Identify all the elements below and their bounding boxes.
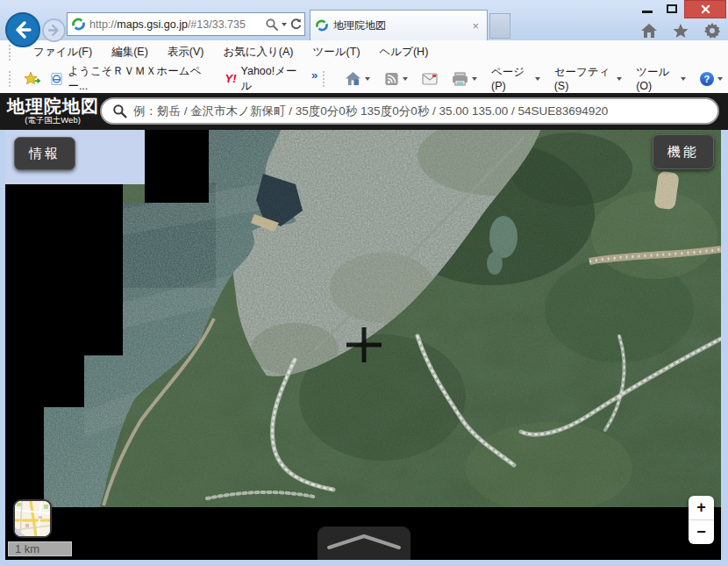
favorites-bar: ようこそＲＶＭＸホームペー... Y! Yahoo!メール » [0,64,728,93]
tools-menu-button[interactable]: ツール(O) [631,62,691,95]
search-dropdown-caret-icon[interactable] [282,23,287,26]
minimap-icon [15,501,50,536]
map-search-icon [112,104,127,118]
help-icon: ? [700,72,714,86]
dropdown-caret-icon [717,77,723,81]
browser-tab-row: http://maps.gsi.go.jp/#13/33.735 地理院地図 × [0,0,728,40]
favorite-label-yahoo: Yahoo!メール [241,64,303,94]
favorites-overflow-chevron[interactable]: » [311,68,318,82]
tab-chiriin-chizu[interactable]: 地理院地図 × [310,10,488,40]
site-logo-title: 地理院地図 [7,97,98,116]
map-search-input[interactable] [133,104,707,118]
home-page-icon [345,71,361,86]
toolbar-grip-2 [9,71,13,87]
aerial-imagery [5,130,721,560]
dropdown-caret-icon [617,77,622,81]
chevron-up-icon [320,527,408,556]
maximize-button[interactable] [660,0,684,18]
basemap-switcher-thumbnail[interactable] [13,499,52,538]
home-page-button[interactable] [339,68,375,89]
page-menu-button[interactable]: ページ(P) [486,62,546,95]
favorites-star-icon[interactable] [672,23,689,39]
dropdown-caret-icon [535,77,540,81]
settings-gear-icon[interactable] [703,23,721,39]
address-bar[interactable]: http://maps.gsi.go.jp/#13/33.735 [67,12,305,36]
zoom-out-button[interactable]: − [689,520,714,544]
forward-button[interactable] [42,18,66,42]
search-icon[interactable] [265,18,279,32]
read-mail-button[interactable] [417,70,443,88]
map-search-box[interactable] [100,97,719,125]
print-button[interactable] [446,69,482,89]
dropdown-caret-icon [681,77,686,81]
map-scale-bar: 1 km [8,541,72,556]
safety-menu-button[interactable]: セーフティ(S) [549,62,628,95]
yahoo-logo-icon: Y! [225,72,237,85]
dropdown-caret-icon [365,77,370,81]
new-tab-button[interactable] [489,13,510,39]
favorite-label: ようこそＲＶＭＸホームペー... [68,64,211,94]
command-bar: ページ(P) セーフティ(S) ツール(O) ? [339,62,728,95]
favorite-item-welcome[interactable]: ようこそＲＶＭＸホームペー... [44,64,218,94]
bottom-drawer-handle[interactable] [318,527,410,560]
site-logo: 地理院地図 (電子国土Web) [7,97,98,125]
functions-button[interactable]: 機能 [653,134,714,169]
close-x-icon [701,4,710,14]
back-button[interactable] [5,12,40,47]
menu-view[interactable]: 表示(V) [158,41,214,63]
dropdown-caret-icon [472,77,477,81]
url-text[interactable]: http://maps.gsi.go.jp/#13/33.735 [89,18,265,31]
add-favorite-star-icon[interactable] [24,71,41,86]
home-icon[interactable] [640,23,658,39]
back-arrow-icon [13,20,32,39]
info-button[interactable]: 情報 [14,137,75,170]
printer-icon [452,72,468,86]
zoom-control: + − [689,496,714,544]
refresh-icon[interactable] [289,18,303,31]
menu-help[interactable]: ヘルプ(H) [370,41,439,63]
menu-tools[interactable]: ツール(T) [303,41,370,63]
window-controls [635,0,726,18]
map-viewport[interactable]: 情報 機能 + − 1 km [5,130,721,560]
zoom-in-button[interactable]: + [689,496,714,519]
forward-arrow-icon [47,24,61,37]
help-menu-button[interactable]: ? [695,69,728,89]
menu-bar: ファイル(F) 編集(E) 表示(V) お気に入り(A) ツール(T) ヘルプ(… [0,40,728,64]
tab-close-button[interactable]: × [469,19,482,32]
close-button[interactable] [684,0,726,18]
menu-favorites[interactable]: お気に入り(A) [213,41,303,63]
menu-edit[interactable]: 編集(E) [102,41,158,63]
mail-icon [422,73,438,85]
minimize-button[interactable] [635,0,660,18]
menu-file[interactable]: ファイル(F) [24,41,102,63]
site-favicon [72,18,85,31]
rss-feed-button[interactable] [379,69,413,89]
webpage-icon [51,72,63,86]
dropdown-caret-icon [403,77,408,81]
toolbar-grip [9,45,13,61]
site-logo-subtitle: (電子国土Web) [7,116,98,125]
tab-favicon [316,19,328,32]
toolbar-grip-3 [323,71,327,87]
tab-title: 地理院地図 [333,18,464,33]
rss-icon [384,72,399,86]
site-header: 地理院地図 (電子国土Web) [0,93,728,130]
favorite-item-yahoo-mail[interactable]: Y! Yahoo!メール [218,64,310,94]
